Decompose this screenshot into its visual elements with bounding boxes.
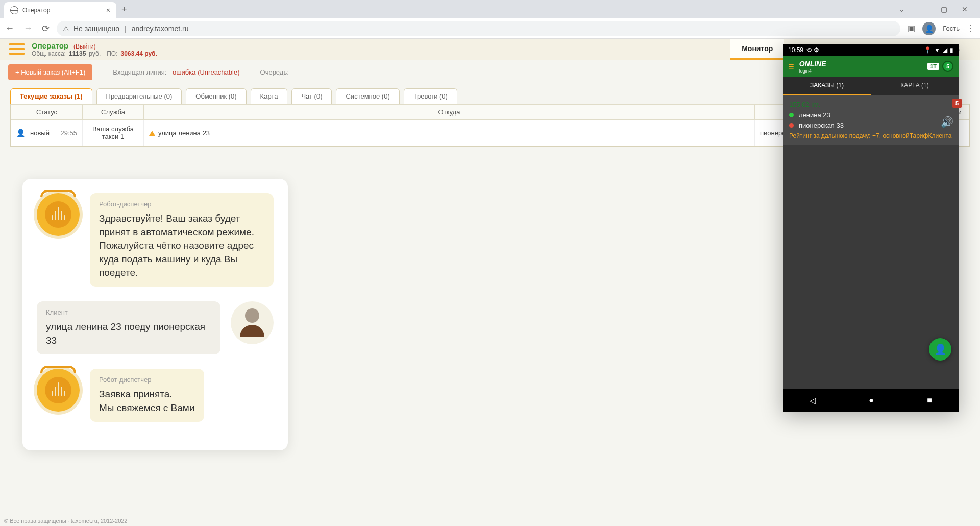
dot-from-icon (789, 113, 794, 117)
mobile-tab-orders[interactable]: ЗАКАЗЫ (1) (783, 77, 871, 95)
wifi-icon: ▼ (934, 46, 940, 54)
browser-tab[interactable]: Оператор × (4, 2, 116, 18)
maximize-icon[interactable]: ▢ (941, 5, 947, 13)
message-text: улица ленина 23 поеду пионерская 33 (46, 320, 211, 347)
chevron-down-icon[interactable]: ⌄ (899, 5, 905, 13)
chat-message: Клиент улица ленина 23 поеду пионерская … (37, 301, 274, 354)
queue-label: Очередь: (260, 68, 289, 76)
warning-icon: ⚠ (63, 25, 69, 33)
mobile-badge[interactable]: 1Т (927, 63, 939, 70)
mobile-menu-icon[interactable]: ≡ (788, 61, 794, 73)
mobile-nav-bar: ◁ ● ■ (783, 389, 959, 412)
cell-service: Ваша служба такси 1 (83, 120, 144, 146)
header-info: Оператор (Выйти) Общ. касса: 11135 руб. … (32, 41, 157, 57)
url-text: andrey.taxomet.ru (132, 25, 189, 33)
mobile-order-card[interactable]: 5 155,02 км. ленина 23 пионерская 33 Рей… (783, 95, 959, 145)
forward-icon[interactable]: → (23, 23, 33, 34)
signal-icon: ◢ (943, 46, 947, 54)
right-chrome: ▣ 👤 Гость ⋮ (908, 22, 975, 35)
mobile-device: 10:59 ⟲ ⚙ 📍 ▼ ◢ ▮ ≡ ONLINE login4 1Т 5 З… (783, 44, 959, 412)
cell-from: улица ленина 23 (158, 129, 210, 137)
status-text: новый (30, 129, 50, 137)
minimize-icon[interactable]: — (919, 5, 926, 13)
speaker-icon[interactable]: 🔊 (941, 116, 953, 128)
line-status: Входящая линия: ошибка (Unreachable) (113, 68, 239, 76)
android-back-icon[interactable]: ◁ (810, 396, 816, 405)
po-label: ПО: (107, 50, 117, 57)
ctab-map[interactable]: Карта (251, 88, 288, 104)
guest-label: Гость (943, 25, 960, 32)
th-status: Статус (11, 105, 83, 120)
security-label: Не защищено (74, 25, 119, 33)
logout-link[interactable]: (Выйти) (74, 43, 96, 50)
gps-icon[interactable]: 5 (942, 61, 953, 72)
ctab-pre[interactable]: Предварительные (0) (96, 88, 182, 104)
nav-arrows: ← → ⟳ (5, 23, 50, 34)
kassa-label: Общ. касса: (32, 50, 66, 57)
chat-message: Робот-диспетчер Заявка принята. Мы свяже… (37, 369, 274, 422)
reload-icon[interactable]: ⟳ (42, 23, 50, 34)
dot-to-icon (789, 123, 794, 128)
sender-label: Робот-диспетчер (99, 200, 264, 208)
mobile-to: пионерская 33 (799, 122, 844, 129)
login-label: login4 (799, 68, 826, 74)
chat-bubble: Клиент улица ленина 23 поеду пионерская … (37, 301, 220, 354)
tab-bar: Оператор × + ⌄ — ▢ ✕ (0, 0, 980, 18)
new-order-button[interactable]: + Новый заказ (Alt+F1) (8, 64, 92, 80)
mobile-status-bar: 10:59 ⟲ ⚙ 📍 ▼ ◢ ▮ (783, 44, 959, 56)
sender-label: Робот-диспетчер (99, 376, 195, 384)
sender-label: Клиент (46, 308, 211, 316)
app-title: Оператор (32, 41, 68, 50)
th-from: Откуда (144, 105, 755, 120)
line-error: ошибка (Unreachable) (173, 68, 240, 76)
kassa-value: 11135 (69, 50, 86, 57)
warning-icon (149, 131, 155, 136)
fab-button[interactable]: 👤 (929, 338, 951, 361)
address-bar: ← → ⟳ ⚠ Не защищено | andrey.taxomet.ru … (0, 18, 980, 39)
mobile-content: 5 155,02 км. ленина 23 пионерская 33 Рей… (783, 95, 959, 389)
person-icon: 👤 (16, 129, 25, 137)
browser-chrome: Оператор × + ⌄ — ▢ ✕ ← → ⟳ ⚠ Не защищено… (0, 0, 980, 39)
mobile-tab-map[interactable]: КАРТА (1) (871, 77, 959, 95)
location-icon: 📍 (924, 46, 932, 54)
po-value: 3063.44 руб. (121, 50, 157, 57)
tab-monitor[interactable]: Монитор (730, 39, 784, 60)
sync-icon: ⟲ (806, 46, 812, 54)
ctab-exchange[interactable]: Обменник (0) (186, 88, 246, 104)
profile-avatar-icon[interactable]: 👤 (922, 22, 936, 35)
close-window-icon[interactable]: ✕ (962, 5, 968, 13)
ctab-current[interactable]: Текущие заказы (1) (10, 88, 92, 104)
back-icon[interactable]: ← (5, 23, 14, 34)
menu-icon[interactable]: ⋮ (967, 23, 975, 33)
message-text: Заявка принята. Мы свяжемся с Вами (99, 388, 195, 415)
android-recent-icon[interactable]: ■ (927, 396, 932, 405)
window-controls: ⌄ — ▢ ✕ (899, 5, 976, 13)
ctab-chat[interactable]: Чат (0) (291, 88, 332, 104)
order-counter: 5 (952, 99, 962, 108)
th-service: Служба (83, 105, 144, 120)
ctab-system[interactable]: Системное (0) (336, 88, 399, 104)
order-distance: 155,02 км. (789, 101, 952, 108)
user-avatar-icon (231, 301, 274, 344)
hamburger-icon[interactable] (9, 43, 24, 56)
globe-icon (10, 6, 18, 14)
close-icon[interactable]: × (106, 6, 110, 14)
settings-small-icon: ⚙ (814, 46, 819, 54)
mobile-tabs: ЗАКАЗЫ (1) КАРТА (1) (783, 77, 959, 95)
new-tab-icon[interactable]: + (121, 4, 127, 15)
mobile-header: ≡ ONLINE login4 1Т 5 (783, 56, 959, 77)
footer-text: © Все права защищены · taxomet.ru, 2012-… (4, 518, 128, 524)
bot-avatar-icon (37, 369, 80, 412)
mobile-from: ленина 23 (799, 111, 830, 119)
url-field[interactable]: ⚠ Не защищено | andrey.taxomet.ru (57, 21, 900, 36)
panel-icon[interactable]: ▣ (908, 23, 915, 33)
chat-message: Робот-диспетчер Здравствуйте! Ваш заказ … (37, 193, 274, 287)
android-home-icon[interactable]: ● (869, 396, 874, 405)
order-rating: Рейтинг за дальнюю подачу: +7, основнойТ… (789, 132, 952, 139)
mobile-time: 10:59 (788, 46, 803, 54)
kassa-unit: руб. (89, 50, 101, 57)
ctab-alerts[interactable]: Тревоги (0) (404, 88, 457, 104)
status-time: 29:55 (60, 129, 77, 137)
bot-avatar-icon (37, 193, 80, 236)
tab-title: Оператор (22, 7, 106, 14)
